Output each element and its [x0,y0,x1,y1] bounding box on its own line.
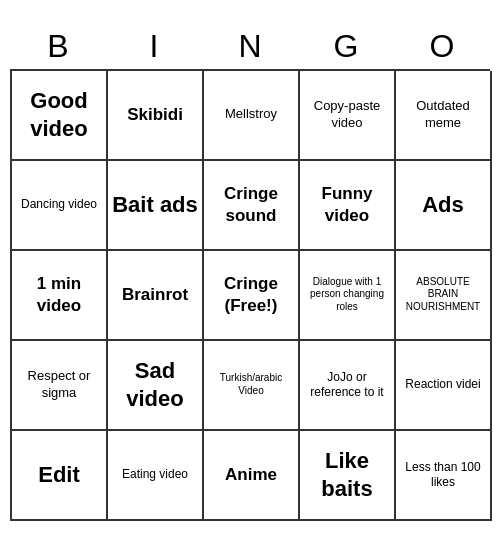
bingo-cell: Dancing video [12,161,108,251]
cell-label: Ads [422,191,464,219]
bingo-card: BINGO Good videoSkibidiMellstroyCopy-pas… [10,24,490,521]
bingo-cell: Turkish/arabic Video [204,341,300,431]
bingo-grid: Good videoSkibidiMellstroyCopy-paste vid… [10,69,490,521]
bingo-cell: Less than 100 likes [396,431,492,521]
cell-label: Skibidi [127,104,183,125]
bingo-cell: Edit [12,431,108,521]
bingo-cell: Copy-paste video [300,71,396,161]
header-letter: N [206,28,294,65]
header-letter: B [14,28,102,65]
cell-label: Edit [38,461,80,489]
bingo-cell: Good video [12,71,108,161]
cell-label: Cringe sound [208,183,294,226]
cell-label: Respect or sigma [16,368,102,401]
cell-label: Cringe (Free!) [208,273,294,316]
cell-label: Dancing video [21,197,97,212]
bingo-cell: Funny video [300,161,396,251]
header-letter: O [398,28,486,65]
bingo-cell: Dialogue with 1 person changing roles [300,251,396,341]
bingo-cell: Brainrot [108,251,204,341]
cell-label: Sad video [112,357,198,412]
bingo-cell: Reaction videi [396,341,492,431]
bingo-cell: Mellstroy [204,71,300,161]
cell-label: ABSOLUTE BRAIN NOURISHMENT [400,276,486,314]
bingo-cell: JoJo or reference to it [300,341,396,431]
cell-label: Brainrot [122,284,188,305]
bingo-cell: 1 min video [12,251,108,341]
cell-label: Good video [16,87,102,142]
cell-label: Eating video [122,467,188,482]
cell-label: Dialogue with 1 person changing roles [304,276,390,314]
cell-label: Less than 100 likes [400,460,486,490]
bingo-cell: Cringe (Free!) [204,251,300,341]
bingo-cell: Ads [396,161,492,251]
bingo-cell: Sad video [108,341,204,431]
cell-label: Anime [225,464,277,485]
header-letter: G [302,28,390,65]
bingo-cell: Cringe sound [204,161,300,251]
bingo-cell: Anime [204,431,300,521]
cell-label: Outdated meme [400,98,486,131]
cell-label: Funny video [304,183,390,226]
bingo-cell: Bait ads [108,161,204,251]
cell-label: Turkish/arabic Video [208,372,294,397]
cell-label: JoJo or reference to it [304,370,390,400]
header-letter: I [110,28,198,65]
bingo-cell: Like baits [300,431,396,521]
cell-label: Mellstroy [225,106,277,122]
bingo-cell: ABSOLUTE BRAIN NOURISHMENT [396,251,492,341]
cell-label: Reaction videi [405,377,480,392]
cell-label: Like baits [304,447,390,502]
bingo-header: BINGO [10,24,490,69]
cell-label: Copy-paste video [304,98,390,131]
bingo-cell: Skibidi [108,71,204,161]
bingo-cell: Respect or sigma [12,341,108,431]
cell-label: 1 min video [16,273,102,316]
cell-label: Bait ads [112,191,198,219]
bingo-cell: Eating video [108,431,204,521]
bingo-cell: Outdated meme [396,71,492,161]
